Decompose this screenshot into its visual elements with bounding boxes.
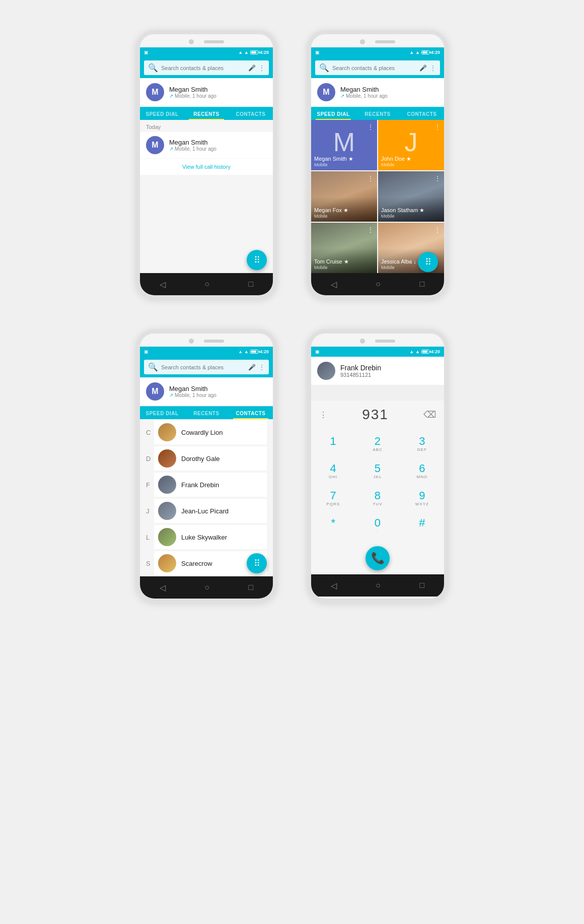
key-8[interactable]: 8 TUV [355, 485, 399, 512]
key-star[interactable]: * [311, 512, 355, 539]
search-bar-2[interactable]: 🔍 🎤 ⋮ [315, 60, 440, 75]
letter-j-section: J Jean-Luc Picard [140, 498, 273, 524]
search-input-1[interactable] [161, 65, 245, 71]
search-bar-3[interactable]: 🔍 🎤 ⋮ [144, 360, 269, 374]
more-icon-2[interactable]: ⋮ [430, 64, 436, 72]
call-item-1[interactable]: M Megan Smith ↗ Mobile, 1 hour ago [140, 132, 273, 158]
key-7[interactable]: 7 PQRS [311, 485, 355, 512]
signal-icon: ▲ [244, 50, 249, 55]
search-icon-3: 🔍 [148, 362, 158, 372]
phone-1: ▣ ▲ ▲ 4:20 🔍 🎤 ⋮ M Megan Smith [136, 30, 277, 299]
letter-d: D [146, 455, 154, 463]
key-2[interactable]: 2 ABC [355, 431, 399, 457]
status-bar-4: ▣ ▲ ▲ 4:20 [311, 347, 444, 357]
contact-name-luke: Luke Skywalker [181, 534, 227, 541]
speed-dial-item-tom[interactable]: ⋮ Tom Cruise ★ Mobile [311, 223, 377, 273]
recent-sub-1: ↗ Mobile, 1 hour ago [169, 93, 267, 99]
letter-d-section: D Dorothy Gale [140, 445, 273, 472]
battery-icon-3 [250, 350, 258, 354]
recents-nav-icon[interactable]: □ [249, 280, 254, 289]
key-0[interactable]: 0 · [355, 512, 399, 539]
speed-dial-name-jason: Jason Statham ★ [381, 207, 441, 214]
contact-cowardly-lion[interactable]: Cowardly Lion [154, 420, 267, 444]
back-icon-4[interactable]: ◁ [331, 581, 337, 590]
avatar-frank [158, 476, 176, 494]
status-right-3: ▲ ▲ 4:20 [238, 349, 269, 354]
speed-dial-item-john[interactable]: J ⋮ John Doe ★ Mobile [378, 120, 444, 170]
speaker-grille-3 [204, 340, 224, 343]
fab-2[interactable]: ⠿ [418, 252, 438, 272]
home-icon-3[interactable]: ○ [204, 583, 209, 592]
status-bar-3: ▣ ▲ ▲ 4:20 [140, 347, 273, 357]
speed-dial-more-5[interactable]: ⋮ [367, 226, 374, 234]
key-9[interactable]: 9 WXYZ [400, 485, 444, 512]
tab-recents-2[interactable]: RECENTS [355, 107, 400, 120]
back-icon-3[interactable]: ◁ [160, 583, 166, 592]
tab-recents-3[interactable]: RECENTS [184, 407, 229, 419]
key-5[interactable]: 5 JKL [355, 458, 399, 485]
tab-contacts-1[interactable]: CONTACTS [229, 107, 273, 120]
contact-picard[interactable]: Jean-Luc Picard [154, 499, 267, 523]
tab-recents-1[interactable]: RECENTS [184, 107, 229, 120]
fab-3[interactable]: ⠿ [247, 553, 267, 573]
home-icon-4[interactable]: ○ [376, 581, 381, 590]
nav-bar-3: ◁ ○ □ [140, 576, 273, 599]
contact-dorothy[interactable]: Dorothy Gale [154, 446, 267, 471]
contact-frank[interactable]: Frank Drebin [154, 473, 267, 497]
dialpad-icon-3: ⠿ [254, 558, 260, 569]
tab-speed-dial-2[interactable]: SPEED DIAL [311, 107, 355, 120]
recent-card-3[interactable]: M Megan Smith ↗ Mobile, 1 hour ago [140, 377, 273, 406]
signal-icon-4: ▲ [415, 349, 420, 354]
contact-name-frank: Frank Drebin [181, 481, 219, 489]
recent-card-1[interactable]: M Megan Smith ↗ Mobile, 1 hour ago [140, 78, 273, 106]
speed-dial-more-1[interactable]: ⋮ [367, 123, 374, 131]
recents-nav-icon-4[interactable]: □ [420, 581, 425, 590]
speed-dial-more-4[interactable]: ⋮ [434, 174, 441, 182]
call-button[interactable]: 📞 [366, 546, 390, 570]
home-icon-2[interactable]: ○ [376, 280, 381, 289]
tab-contacts-2[interactable]: CONTACTS [400, 107, 444, 120]
search-input-2[interactable] [332, 65, 416, 71]
tab-speed-dial-1[interactable]: SPEED DIAL [140, 107, 184, 120]
status-left-2: ▣ [315, 50, 320, 55]
time-display-3: 4:20 [260, 349, 269, 354]
speed-dial-more-2[interactable]: ⋮ [434, 123, 441, 131]
speed-dial-grid: M ⋮ Megan Smith ★ Mobile J ⋮ John Doe ★ … [311, 120, 444, 273]
status-left-3: ▣ [144, 349, 149, 354]
recents-nav-icon-2[interactable]: □ [420, 280, 425, 289]
back-icon[interactable]: ◁ [160, 280, 166, 289]
key-hash[interactable]: # [400, 512, 444, 539]
tab-contacts-3[interactable]: CONTACTS [229, 407, 273, 419]
home-icon[interactable]: ○ [204, 280, 209, 289]
signal-icon-3: ▲ [244, 349, 249, 354]
speed-dial-more-3[interactable]: ⋮ [367, 174, 374, 182]
search-bar-1[interactable]: 🔍 🎤 ⋮ [144, 60, 269, 75]
speed-dial-more-6[interactable]: ⋮ [434, 226, 441, 234]
speed-dial-item-jason[interactable]: ⋮ Jason Statham ★ Mobile [378, 171, 444, 222]
key-3[interactable]: 3 DEF [400, 431, 444, 457]
time-display-4: 4:20 [431, 349, 440, 354]
contact-luke[interactable]: Luke Skywalker [154, 525, 267, 549]
recent-card-2[interactable]: M Megan Smith ↗ Mobile, 1 hour ago [311, 78, 444, 106]
speed-dial-item-megan[interactable]: M ⋮ Megan Smith ★ Mobile [311, 120, 377, 170]
mic-icon-3[interactable]: 🎤 [248, 364, 256, 371]
more-icon-3[interactable]: ⋮ [259, 364, 265, 371]
key-4[interactable]: 4 GHI [311, 458, 355, 485]
fab-1[interactable]: ⠿ [247, 250, 267, 270]
key-6[interactable]: 6 MNO [400, 458, 444, 485]
recents-nav-icon-3[interactable]: □ [249, 583, 254, 592]
mic-icon[interactable]: 🎤 [248, 64, 256, 72]
speed-dial-item-megan-fox[interactable]: ⋮ Megan Fox ★ Mobile [311, 171, 377, 222]
search-input-3[interactable] [161, 364, 245, 370]
tab-speed-dial-3[interactable]: SPEED DIAL [140, 407, 184, 419]
dialer-photo [317, 362, 335, 380]
backspace-icon[interactable]: ⌫ [423, 409, 436, 420]
more-icon[interactable]: ⋮ [259, 64, 265, 72]
mic-icon-2[interactable]: 🎤 [419, 64, 427, 72]
back-icon-2[interactable]: ◁ [331, 280, 337, 289]
key-1[interactable]: 1 [311, 431, 355, 457]
view-history-link[interactable]: View full call history [140, 159, 273, 175]
avatar-megan-3: M [146, 382, 164, 401]
nav-bar-4: ◁ ○ □ [311, 574, 444, 597]
search-icon: 🔍 [148, 63, 158, 73]
